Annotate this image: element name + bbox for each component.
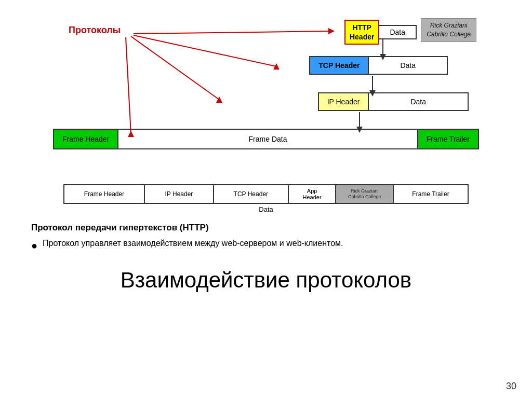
flat-ip-header: IP Header — [145, 185, 214, 203]
http-header-box: HTTPHeader — [344, 20, 379, 45]
flat-data-label: Data — [36, 205, 496, 213]
svg-line-6 — [126, 37, 131, 134]
svg-marker-5 — [216, 97, 222, 103]
flat-tcp-header: TCP Header — [214, 185, 289, 203]
frame-header-box: Frame Header — [53, 129, 118, 149]
flat-app-header: AppHeader — [289, 185, 337, 203]
bullet-dot: ● — [31, 238, 37, 253]
logo-college: Cabrillo College — [427, 31, 471, 38]
page-number: 30 — [506, 381, 516, 392]
svg-line-4 — [131, 36, 219, 100]
flat-section: Frame Header IP Header TCP Header AppHea… — [21, 184, 511, 213]
svg-marker-3 — [273, 63, 280, 70]
bullet-text: Протокол управляет взаимодействием между… — [43, 237, 343, 250]
frame-row: Frame Header Frame Data Frame Trailer — [53, 129, 479, 149]
flat-frame-header: Frame Header — [64, 185, 145, 203]
frame-data-box: Frame Data — [118, 129, 418, 149]
http-data-box: Data — [379, 25, 417, 39]
logo-name: Rick Graziani — [430, 22, 467, 29]
svg-marker-1 — [328, 28, 335, 34]
diagram-area: Rick Graziani Cabrillo College Протоколы… — [53, 16, 479, 187]
flat-rick-box: Rick GrazianiCabrillo College — [336, 185, 394, 203]
tcp-header-box: TCP Header — [309, 56, 369, 75]
text-content: Протокол передачи гипертекстов (HTTP) ● … — [21, 223, 511, 253]
flat-row: Frame Header IP Header TCP Header AppHea… — [63, 184, 469, 204]
frame-trailer-box: Frame Trailer — [418, 129, 479, 149]
ip-header-box: IP Header — [318, 92, 369, 111]
bullet-item: ● Протокол управляет взаимодействием меж… — [31, 237, 501, 253]
protocols-label: Протоколы — [69, 25, 121, 36]
ip-row: IP Header Data — [318, 92, 469, 111]
slide-container: Rick Graziani Cabrillo College Протоколы… — [0, 0, 532, 398]
svg-line-0 — [134, 31, 328, 34]
big-title: Взаимодействие протоколов — [21, 268, 511, 293]
section-title: Протокол передачи гипертекстов (HTTP) — [31, 223, 501, 233]
flat-frame-trailer: Frame Trailer — [394, 185, 468, 203]
tcp-row: TCP Header Data — [309, 56, 448, 75]
tcp-data-box: Data — [369, 56, 448, 75]
rick-logo: Rick Graziani Cabrillo College — [421, 18, 476, 42]
svg-line-2 — [134, 35, 276, 66]
ip-data-box: Data — [369, 92, 469, 111]
http-row: HTTPHeader Data — [344, 20, 417, 45]
